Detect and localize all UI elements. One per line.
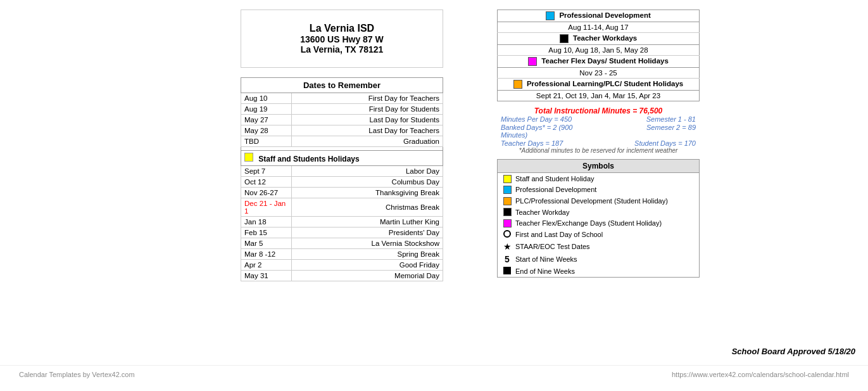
label-cell: Christmas Break (292, 198, 443, 217)
table-row: Aug 19 First Day for Students (241, 104, 443, 115)
symbol-row-workday: Teacher Workday (498, 207, 699, 218)
table-row: Oct 12 Columbus Day (241, 177, 443, 188)
symbol-row-staff: Staff and Student Holiday (498, 173, 699, 184)
magenta-swatch-icon (501, 219, 513, 228)
table-row: TBD Graduation (241, 136, 443, 147)
label-cell: First Day for Teachers (292, 93, 443, 104)
table-row: Feb 15 Presidents' Day (241, 228, 443, 238)
label-cell: La Vernia Stockshow (292, 238, 443, 249)
orange-swatch-icon (501, 196, 513, 205)
footer-right: https://www.vertex42.com/calendars/schoo… (672, 371, 849, 378)
yellow-swatch-icon (501, 174, 513, 183)
dates-header: Dates to Remember (241, 78, 443, 93)
table-row: May 27 Last Day for Students (241, 115, 443, 125)
yellow-swatch-icon (244, 153, 253, 162)
workdays-dates: Aug 10, Aug 18, Jan 5, May 28 (498, 45, 700, 56)
label-cell: Good Friday (292, 260, 443, 271)
label-cell: Martin Luther King (292, 217, 443, 228)
semester2: Semeser 2 = 89 (599, 124, 696, 139)
symbols-section: Symbols Staff and Student Holiday Profes… (497, 159, 700, 278)
profdev-header: Professional Development (559, 11, 650, 19)
date-cell: Feb 15 (241, 228, 292, 238)
symbol-row-five: 5 Start of Nine Weeks (498, 253, 699, 266)
legend-table: Professional Development Aug 11-14, Aug … (497, 10, 700, 101)
holidays-header: Staff and Students Holidays (241, 151, 443, 166)
plc-dates: Sept 21, Oct 19, Jan 4, Mar 15, Apr 23 (498, 91, 700, 101)
magenta-swatch-icon (528, 57, 537, 66)
label-cell: Presidents' Day (292, 228, 443, 238)
legend-row-workdays-dates: Aug 10, Aug 18, Jan 5, May 28 (498, 45, 700, 56)
totals-section: Total Instructional Minutes = 76,500 Min… (497, 104, 700, 157)
label-cell: First Day for Students (292, 104, 443, 115)
school-address1: 13600 US Hwy 87 W (248, 34, 436, 44)
symbols-header: Symbols (498, 160, 699, 173)
cyan-swatch-icon (546, 11, 555, 20)
date-cell: Jan 18 (241, 217, 292, 228)
flex-dates: Nov 23 - 25 (498, 68, 700, 79)
date-cell: Nov 26-27 (241, 188, 292, 198)
date-cell: Mar 8 -12 (241, 249, 292, 260)
label-cell: Memorial Day (292, 271, 443, 281)
symbol-row-plc: PLC/Professional Development (Student Ho… (498, 195, 699, 207)
semester1: Semester 1 - 81 (599, 115, 696, 123)
symbol-label: End of Nine Weeks (515, 267, 575, 275)
table-row: Mar 8 -12 Spring Break (241, 249, 443, 260)
symbol-label: Professional Development (515, 186, 596, 193)
date-cell: Dec 21 - Jan 1 (241, 198, 292, 217)
legend-row-plc-dates: Sept 21, Oct 19, Jan 4, Mar 15, Apr 23 (498, 91, 700, 101)
legend-row-profdev-header: Professional Development (498, 10, 700, 22)
symbol-label: Start of Nine Weeks (515, 255, 577, 263)
table-row: Jan 18 Martin Luther King (241, 217, 443, 228)
symbol-row-star: ★ STAAR/EOC Test Dates (498, 240, 699, 253)
date-cell: May 28 (241, 125, 292, 136)
label-cell: Spring Break (292, 249, 443, 260)
date-cell: May 27 (241, 115, 292, 125)
legend-row-profdev-dates: Aug 11-14, Aug 17 (498, 22, 700, 33)
date-cell: Mar 5 (241, 238, 292, 249)
plc-header: Professional Learning/PLC/ Student Holid… (527, 80, 683, 87)
symbol-label: Staff and Student Holiday (515, 175, 594, 183)
box-icon (501, 267, 513, 276)
symbol-row-flex: Teacher Flex/Exchange Days (Student Holi… (498, 217, 699, 229)
legend-row-plc-header: Professional Learning/PLC/ Student Holid… (498, 79, 700, 91)
date-cell: Oct 12 (241, 177, 292, 188)
legend-row-workdays-header: Teacher Workdays (498, 33, 700, 45)
legend-row-flex-header: Teacher Flex Days/ Student Holidays (498, 56, 700, 68)
symbol-row-box: End of Nine Weeks (498, 266, 699, 277)
holidays-header-row: Staff and Students Holidays (241, 151, 443, 166)
table-row: Apr 2 Good Friday (241, 260, 443, 271)
table-row: Dec 21 - Jan 1 Christmas Break (241, 198, 443, 217)
footer-left: Calendar Templates by Vertex42.com (19, 371, 135, 378)
label-cell: Columbus Day (292, 177, 443, 188)
symbol-label: STAAR/EOC Test Dates (515, 243, 590, 250)
table-row: May 28 Last Day for Teachers (241, 125, 443, 136)
right-panel: Professional Development Aug 11-14, Aug … (497, 10, 700, 278)
black-swatch-icon (501, 208, 513, 217)
label-cell: Thanksgiving Break (292, 188, 443, 198)
minutes-per-day: Minutes Per Day = 450 (501, 115, 598, 123)
left-panel: La Vernia ISD 13600 US Hwy 87 W La Verni… (241, 10, 443, 281)
date-cell: Aug 19 (241, 104, 292, 115)
date-cell: May 31 (241, 271, 292, 281)
symbol-label: First and Last Day of School (515, 231, 603, 238)
circle-icon (501, 230, 513, 239)
approval-text: School Board Approved 5/18/20 (732, 347, 855, 356)
symbol-label: Teacher Workday (515, 208, 569, 216)
date-cell: Aug 10 (241, 93, 292, 104)
school-name: La Vernia ISD (248, 23, 436, 34)
banked-days: Banked Days* = 2 (900 Minutes) (501, 124, 598, 139)
table-row: Nov 26-27 Thanksgiving Break (241, 188, 443, 198)
label-cell: Graduation (292, 136, 443, 147)
symbol-label: Teacher Flex/Exchange Days (Student Holi… (515, 219, 662, 227)
school-address2: La Vernia, TX 78121 (248, 44, 436, 54)
school-info: La Vernia ISD 13600 US Hwy 87 W La Verni… (241, 10, 443, 68)
star-icon: ★ (501, 241, 513, 252)
dates-table: Dates to Remember Aug 10 First Day for T… (241, 77, 443, 281)
label-cell: Last Day for Teachers (292, 125, 443, 136)
symbol-label: PLC/Professional Development (Student Ho… (515, 197, 668, 205)
totals-note: *Additional minutes to be reserved for i… (501, 147, 696, 154)
table-row: Mar 5 La Vernia Stockshow (241, 238, 443, 249)
five-icon: 5 (501, 254, 513, 264)
date-cell: TBD (241, 136, 292, 147)
black-swatch-icon (560, 34, 569, 43)
